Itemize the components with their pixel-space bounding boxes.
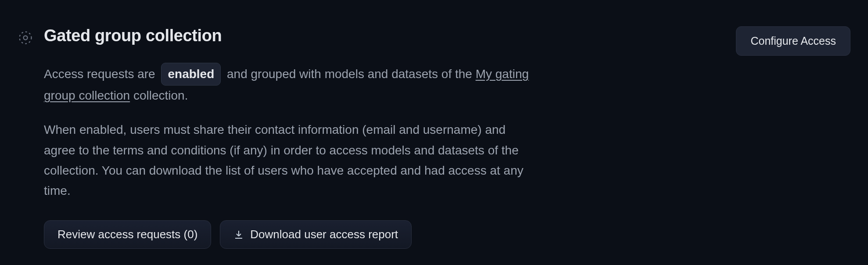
download-button-label: Download user access report bbox=[250, 228, 398, 241]
gated-collection-panel: Gated group collection Configure Access … bbox=[18, 26, 850, 249]
svg-point-0 bbox=[24, 36, 28, 40]
header-row: Gated group collection Configure Access bbox=[44, 26, 680, 45]
section-title: Gated group collection bbox=[44, 26, 222, 45]
enabled-badge: enabled bbox=[161, 63, 221, 86]
description-paragraph: When enabled, users must share their con… bbox=[44, 120, 535, 201]
status-suffix: collection. bbox=[133, 89, 188, 102]
action-button-row: Review access requests (0) Download user… bbox=[44, 220, 680, 249]
content-column: Gated group collection Configure Access … bbox=[44, 26, 680, 249]
review-button-label: Review access requests (0) bbox=[57, 228, 197, 241]
configure-access-button[interactable]: Configure Access bbox=[736, 26, 850, 56]
status-middle: and grouped with models and datasets of … bbox=[227, 67, 472, 81]
svg-point-1 bbox=[20, 32, 32, 44]
status-prefix: Access requests are bbox=[44, 67, 155, 81]
review-access-requests-button[interactable]: Review access requests (0) bbox=[44, 220, 211, 249]
download-icon bbox=[233, 229, 244, 240]
download-user-access-report-button[interactable]: Download user access report bbox=[220, 220, 412, 249]
gear-icon bbox=[18, 30, 33, 46]
status-paragraph: Access requests are enabled and grouped … bbox=[44, 63, 535, 106]
section-icon-col bbox=[18, 26, 33, 249]
